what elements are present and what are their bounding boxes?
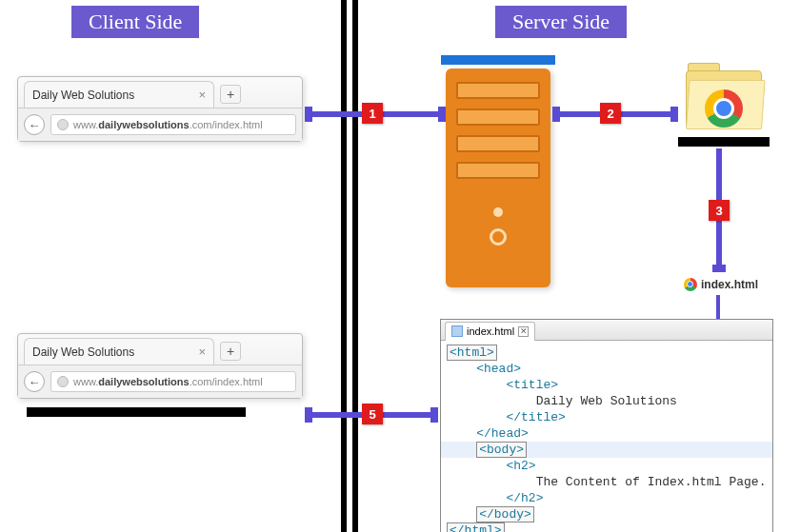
client-side-header: Client Side — [71, 6, 199, 38]
browser-tab[interactable]: Daily Web Solutions × — [24, 338, 214, 365]
tab-title: Daily Web Solutions — [32, 89, 134, 102]
url-suffix: .com/index.html — [190, 376, 263, 387]
code-tab-label: index.html — [467, 325, 514, 337]
code-line: </body> — [476, 506, 534, 522]
code-line: <body> — [476, 442, 527, 458]
code-editor-panel: index.html ✕ <html> <head> <title> Daily… — [440, 319, 773, 532]
server-cap — [441, 55, 555, 65]
folder-icon — [686, 63, 762, 137]
server-tower — [446, 69, 550, 287]
globe-icon — [57, 119, 69, 130]
code-line: </head> — [476, 426, 529, 441]
file-name: index.html — [701, 278, 758, 291]
address-row: ← www.dailywebsolutions.com/index.html — [18, 365, 302, 398]
close-icon[interactable]: ✕ — [518, 326, 529, 337]
step-1-badge: 1 — [362, 103, 383, 124]
center-divider — [341, 0, 347, 532]
code-line: <html> — [447, 345, 497, 361]
code-tab-row: index.html ✕ — [441, 320, 772, 341]
tab-title: Daily Web Solutions — [32, 345, 134, 359]
code-line: The Content of Index.html Page. — [536, 475, 767, 489]
step-5-badge: 5 — [362, 404, 383, 424]
code-line: </h2> — [506, 491, 543, 505]
conn-cap — [712, 265, 726, 272]
drive-bay — [456, 82, 540, 99]
center-divider-2 — [352, 0, 358, 532]
code-body: <html> <head> <title> Daily Web Solution… — [441, 341, 772, 532]
black-bar-client — [27, 407, 246, 417]
url-domain: dailywebsolutions — [98, 376, 189, 387]
conn-cap — [430, 407, 438, 423]
new-tab-button[interactable]: + — [220, 342, 241, 361]
tab-row: Daily Web Solutions × + — [18, 334, 302, 365]
url-prefix: www. — [73, 376, 98, 387]
browser-tab[interactable]: Daily Web Solutions × — [24, 81, 214, 108]
code-line: </html> — [447, 522, 505, 532]
step-2-badge: 2 — [600, 103, 621, 124]
back-button[interactable]: ← — [24, 114, 45, 135]
code-file-tab[interactable]: index.html ✕ — [445, 322, 535, 341]
code-line: </title> — [506, 410, 565, 424]
tab-close-icon[interactable]: × — [198, 345, 206, 359]
code-line: Daily Web Solutions — [536, 394, 677, 408]
drive-bay — [456, 162, 540, 179]
power-light — [493, 207, 503, 217]
browser-window-top: Daily Web Solutions × + ← www.dailywebso… — [17, 76, 303, 142]
chrome-icon — [684, 278, 697, 291]
step-3-badge: 3 — [709, 200, 730, 221]
conn-cap — [670, 107, 678, 122]
cd-drive-icon — [490, 228, 507, 246]
code-line: <head> — [476, 362, 521, 376]
code-line: <h2> — [506, 459, 535, 473]
tab-close-icon[interactable]: × — [198, 88, 206, 102]
html-file-icon — [451, 325, 463, 337]
chrome-icon — [705, 89, 743, 128]
back-button[interactable]: ← — [24, 371, 45, 392]
address-bar[interactable]: www.dailywebsolutions.com/index.html — [50, 114, 296, 135]
file-label: index.html — [684, 278, 758, 291]
globe-icon — [57, 376, 69, 387]
new-tab-button[interactable]: + — [220, 85, 241, 104]
tab-row: Daily Web Solutions × + — [18, 77, 302, 108]
address-bar[interactable]: www.dailywebsolutions.com/index.html — [50, 371, 296, 392]
drive-bay — [456, 108, 540, 126]
browser-window-bottom: Daily Web Solutions × + ← www.dailywebso… — [17, 333, 303, 399]
url-prefix: www. — [73, 119, 98, 130]
url-domain: dailywebsolutions — [98, 119, 189, 130]
server-side-header: Server Side — [495, 6, 627, 38]
conn-cap — [438, 107, 446, 122]
code-line: <title> — [506, 378, 558, 392]
drive-bay — [456, 135, 540, 152]
black-bar-folder — [678, 137, 770, 147]
address-row: ← www.dailywebsolutions.com/index.html — [18, 108, 302, 141]
url-suffix: .com/index.html — [190, 119, 263, 130]
